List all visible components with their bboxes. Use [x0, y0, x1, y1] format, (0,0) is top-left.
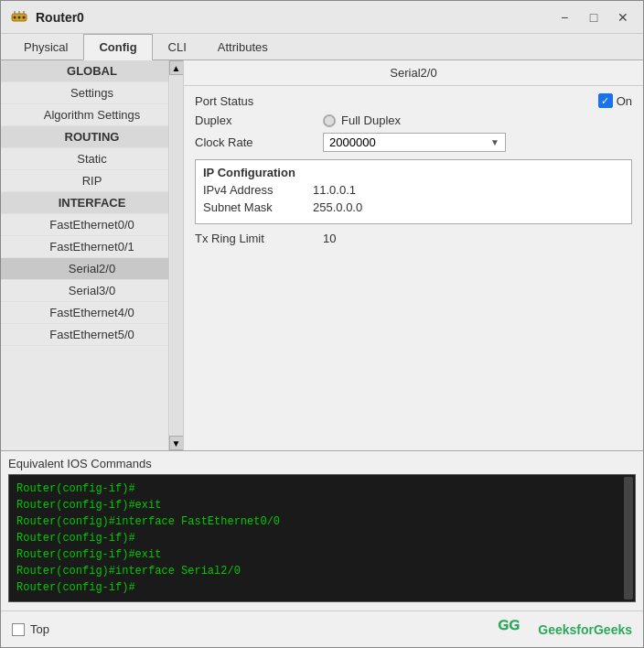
geeks-icon: ᴳᴳ	[498, 617, 534, 643]
subnet-label: Subnet Mask	[203, 200, 313, 214]
sidebar-routing-header: ROUTING	[1, 126, 183, 148]
sidebar-item-fastethernet01[interactable]: FastEthernet0/1	[1, 236, 183, 258]
sidebar-interface-header: INTERFACE	[1, 192, 183, 214]
on-label: On	[617, 94, 632, 108]
sidebar-item-serial20[interactable]: Serial2/0	[1, 258, 183, 280]
tx-row: Tx Ring Limit 10	[195, 232, 632, 245]
window-title: Router0	[36, 10, 84, 25]
main-content: GLOBAL Settings Algorithm Settings ROUTI…	[1, 60, 643, 610]
bottom-section: Equivalent IOS Commands Router(config-if…	[1, 450, 643, 610]
ipv4-value: 11.0.0.1	[313, 183, 624, 197]
svg-text:ᴳᴳ: ᴳᴳ	[498, 617, 520, 642]
sidebar-item-fastethernet00[interactable]: FastEthernet0/0	[1, 214, 183, 236]
full-duplex-label: Full Duplex	[341, 113, 401, 127]
tab-attributes[interactable]: Attributes	[202, 34, 284, 60]
svg-point-2	[18, 16, 21, 18]
sidebar-item-static[interactable]: Static	[1, 148, 183, 170]
geeks-logo: ᴳᴳ GeeksforGeeks	[498, 617, 632, 643]
sidebar-global-header: GLOBAL	[1, 60, 183, 82]
ip-config-title: IP Configuration	[203, 166, 624, 179]
dropdown-arrow-icon: ▼	[490, 137, 499, 147]
duplex-row: Duplex Full Duplex	[195, 113, 632, 127]
scroll-up-arrow[interactable]: ▲	[169, 60, 184, 75]
ipv4-row: IPv4 Address 11.0.0.1	[203, 183, 624, 197]
titlebar: Router0 − □ ✕	[1, 1, 643, 34]
ip-config-box: IP Configuration IPv4 Address 11.0.0.1 S…	[195, 159, 632, 224]
ipv4-label: IPv4 Address	[203, 183, 313, 197]
sidebar-item-algorithm-settings[interactable]: Algorithm Settings	[1, 104, 183, 126]
sidebar-item-rip[interactable]: RIP	[1, 170, 183, 192]
panel-body: Port Status ✓ On Duplex Full Duplex	[184, 86, 643, 450]
clock-rate-value: 2000000	[329, 135, 490, 149]
footer-left: Top	[12, 622, 49, 636]
app-icon	[10, 8, 28, 27]
tx-label: Tx Ring Limit	[195, 232, 323, 245]
sidebar-item-fastethernet50[interactable]: FastEthernet5/0	[1, 324, 183, 346]
terminal-box[interactable]: Router(config-if)# Router(config-if)#exi…	[8, 474, 636, 602]
subnet-value: 255.0.0.0	[313, 200, 624, 214]
footer: Top ᴳᴳ GeeksforGeeks	[1, 610, 643, 647]
terminal-line-0: Router(config-if)#	[16, 481, 628, 497]
top-checkbox[interactable]	[12, 623, 25, 636]
tx-value: 10	[323, 232, 336, 245]
port-status-checkbox[interactable]: ✓	[598, 93, 613, 108]
clock-rate-label: Clock Rate	[195, 135, 323, 149]
panel-title: Serial2/0	[184, 60, 643, 86]
terminal-line-2: Router(config)#interface FastEthernet0/0	[16, 513, 628, 530]
terminal-line-5: Router(config)#interface Serial2/0	[16, 563, 628, 579]
scroll-down-arrow[interactable]: ▼	[169, 436, 184, 450]
terminal-line-1: Router(config-if)#exit	[16, 497, 628, 513]
terminal-line-3: Router(config-if)#	[16, 530, 628, 546]
titlebar-left: Router0	[10, 8, 84, 27]
duplex-radio[interactable]	[323, 114, 336, 127]
sidebar-scrollbar: ▲ ▼	[168, 60, 183, 450]
terminal-line-6: Router(config-if)#	[16, 579, 628, 596]
tab-bar: Physical Config CLI Attributes	[1, 34, 643, 60]
port-status-label: Port Status	[195, 94, 253, 108]
terminal-line-4: Router(config-if)#exit	[16, 546, 628, 563]
sidebar-item-serial30[interactable]: Serial3/0	[1, 280, 183, 302]
split-pane: GLOBAL Settings Algorithm Settings ROUTI…	[1, 60, 643, 450]
terminal-scrollbar[interactable]	[624, 477, 633, 599]
duplex-label: Duplex	[195, 113, 323, 127]
sidebar-item-settings[interactable]: Settings	[1, 82, 183, 104]
top-label: Top	[30, 622, 49, 636]
duplex-option: Full Duplex	[323, 113, 401, 127]
sidebar-scroll: GLOBAL Settings Algorithm Settings ROUTI…	[1, 60, 183, 450]
tab-cli[interactable]: CLI	[153, 34, 202, 60]
content-panel: Serial2/0 Port Status ✓ On Duplex	[184, 60, 643, 450]
subnet-row: Subnet Mask 255.0.0.0	[203, 200, 624, 214]
close-button[interactable]: ✕	[612, 6, 634, 28]
tab-physical[interactable]: Physical	[8, 34, 83, 60]
port-status-control: ✓ On	[598, 93, 632, 108]
scroll-track	[170, 75, 183, 436]
sidebar-item-fastethernet40[interactable]: FastEthernet4/0	[1, 302, 183, 324]
clock-rate-row: Clock Rate 2000000 ▼	[195, 133, 632, 152]
svg-point-3	[23, 16, 26, 18]
geeks-text: GeeksforGeeks	[538, 622, 632, 637]
minimize-button[interactable]: −	[553, 6, 575, 28]
main-window: Router0 − □ ✕ Physical Config CLI Attrib…	[0, 0, 644, 648]
port-status-row: Port Status ✓ On	[195, 93, 632, 108]
titlebar-controls: − □ ✕	[553, 6, 634, 28]
maximize-button[interactable]: □	[583, 6, 605, 28]
tab-config[interactable]: Config	[83, 34, 152, 60]
terminal-title: Equivalent IOS Commands	[8, 457, 636, 470]
sidebar: GLOBAL Settings Algorithm Settings ROUTI…	[1, 60, 184, 450]
clock-rate-dropdown[interactable]: 2000000 ▼	[323, 133, 506, 152]
svg-point-1	[14, 16, 16, 18]
